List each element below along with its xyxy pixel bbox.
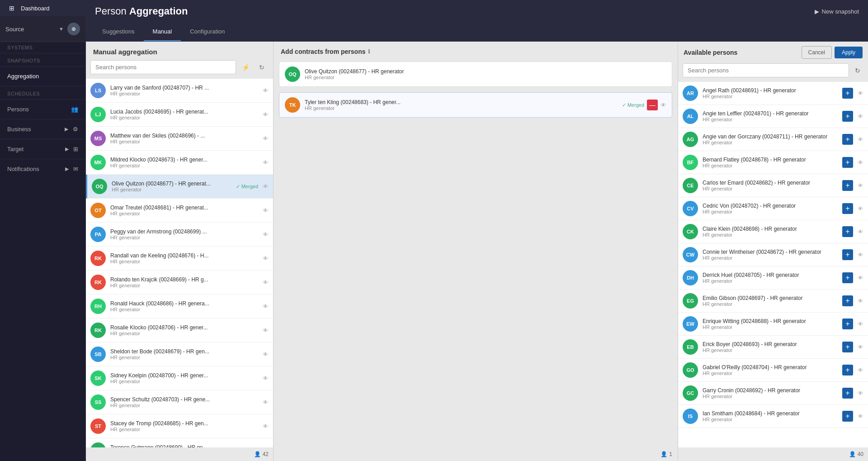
add-person-button[interactable]: + xyxy=(842,365,853,375)
view-available-button[interactable]: 👁 xyxy=(858,228,863,235)
list-item[interactable]: CW Connie ter Wintheiser (00248672) - HR… xyxy=(678,243,868,266)
view-available-button[interactable]: 👁 xyxy=(858,275,863,281)
available-search-input[interactable] xyxy=(683,63,849,77)
list-item[interactable]: EW Enrique Witting (00248688) - HR gener… xyxy=(678,313,868,336)
tab-suggestions[interactable]: Suggestions xyxy=(93,23,144,41)
list-item[interactable]: EG Emilio Gibson (00248697) - HR generat… xyxy=(678,290,868,313)
add-person-button[interactable]: + xyxy=(842,295,853,306)
view-available-button[interactable]: 👁 xyxy=(858,90,863,97)
view-person-button[interactable]: 👁 xyxy=(263,327,269,334)
add-person-button[interactable]: + xyxy=(842,318,853,329)
list-item[interactable]: SK Sidney Koelpin (00248700) - HR gener.… xyxy=(86,366,273,390)
view-person-button[interactable]: 👁 xyxy=(263,279,269,286)
list-item[interactable]: CK Claire Klein (00248698) - HR generato… xyxy=(678,220,868,243)
list-item[interactable]: SS Spencer Schultz (00248703) - HR gene.… xyxy=(86,390,273,414)
view-person-button[interactable]: 👁 xyxy=(263,375,269,382)
view-available-button[interactable]: 👁 xyxy=(858,413,863,420)
list-item[interactable]: AR Angel Rath (00248691) - HR generator … xyxy=(678,82,868,105)
sidebar-item-persons[interactable]: Persons 👥 xyxy=(0,101,85,117)
filter-button[interactable]: ⚡ xyxy=(239,61,252,74)
view-person-button[interactable]: 👁 xyxy=(263,111,269,118)
view-available-button[interactable]: 👁 xyxy=(858,159,863,166)
contract-item[interactable]: TK Tyler ten Kling (00248683) - HR gener… xyxy=(279,92,672,118)
list-item[interactable]: EB Erick Boyer (00248693) - HR generator… xyxy=(678,336,868,359)
add-person-button[interactable]: + xyxy=(842,180,853,191)
view-person-button[interactable]: 👁 xyxy=(263,399,269,406)
sidebar-item-notifications[interactable]: Notifications ▶ ✉ xyxy=(0,161,85,177)
view-available-button[interactable]: 👁 xyxy=(858,182,863,189)
view-person-button[interactable]: 👁 xyxy=(263,87,269,94)
list-item[interactable]: ST Stacey de Tromp (00248685) - HR gen..… xyxy=(86,414,273,438)
view-available-button[interactable]: 👁 xyxy=(858,113,863,120)
view-available-button[interactable]: 👁 xyxy=(858,321,863,328)
add-person-button[interactable]: + xyxy=(842,272,853,283)
list-item[interactable]: OT Omar Treutel (00248681) - HR generat.… xyxy=(86,199,273,223)
view-available-button[interactable]: 👁 xyxy=(858,252,863,258)
remove-contract-button[interactable]: — xyxy=(647,100,658,110)
list-item[interactable]: TG Terence Gutmann (00248690) - HR ge...… xyxy=(86,438,273,447)
add-person-button[interactable]: + xyxy=(842,203,853,214)
list-item[interactable]: DH Derrick Huel (00248705) - HR generato… xyxy=(678,266,868,290)
tab-configuration[interactable]: Configuration xyxy=(181,23,234,41)
sidebar-item-aggregation[interactable]: Aggregation xyxy=(0,68,85,84)
list-item[interactable]: RK Randall van de Keeling (00248676) - H… xyxy=(86,247,273,271)
view-person-button[interactable]: 👁 xyxy=(263,303,269,310)
add-person-button[interactable]: + xyxy=(842,342,853,352)
list-item[interactable]: GO Gabriel O'Reilly (00248704) - HR gene… xyxy=(678,359,868,382)
list-item[interactable]: LS Larry van de Sanford (00248707) - HR … xyxy=(86,79,273,103)
view-available-button[interactable]: 👁 xyxy=(858,136,863,143)
source-selector[interactable]: Source ▼ ⊕ xyxy=(0,16,85,42)
refresh-available-button[interactable]: ↻ xyxy=(852,65,863,76)
new-snapshot-button[interactable]: ▶ New snapshot xyxy=(815,8,859,15)
add-person-button[interactable]: + xyxy=(842,388,853,399)
view-contract-button[interactable]: 👁 xyxy=(660,102,666,109)
list-item[interactable]: PA Peggy van der Armstrong (00248699) ..… xyxy=(86,223,273,247)
view-available-button[interactable]: 👁 xyxy=(858,390,863,397)
cancel-button[interactable]: Cancel xyxy=(802,46,832,59)
view-person-button[interactable]: 👁 xyxy=(263,447,269,448)
view-person-button[interactable]: 👁 xyxy=(263,255,269,262)
source-icon-btn[interactable]: ⊕ xyxy=(67,23,80,35)
view-available-button[interactable]: 👁 xyxy=(858,344,863,351)
sidebar-item-dashboard[interactable]: ⊞ Dashboard xyxy=(0,0,85,16)
list-item[interactable]: CE Carlos ter Emard (00248682) - HR gene… xyxy=(678,174,868,197)
list-item[interactable]: LJ Lucia Jacobs (00248695) - HR generat.… xyxy=(86,103,273,127)
view-available-button[interactable]: 👁 xyxy=(858,367,863,374)
view-person-button[interactable]: 👁 xyxy=(263,231,269,238)
list-item[interactable]: MK Mildred Klocko (00248673) - HR gener.… xyxy=(86,151,273,175)
list-item[interactable]: CV Cedric Von (00248702) - HR generator … xyxy=(678,197,868,220)
info-icon[interactable]: ℹ xyxy=(368,48,370,55)
left-search-input[interactable] xyxy=(90,60,236,74)
view-person-button[interactable]: 👁 xyxy=(263,183,269,190)
add-person-button[interactable]: + xyxy=(842,157,853,168)
view-person-button[interactable]: 👁 xyxy=(263,135,269,142)
refresh-persons-button[interactable]: ↻ xyxy=(255,61,269,74)
list-item[interactable]: MS Matthew van der Skiles (00248696) - .… xyxy=(86,127,273,151)
view-person-button[interactable]: 👁 xyxy=(263,159,269,166)
sidebar-item-business[interactable]: Business ▶ ⚙ xyxy=(0,121,85,137)
list-item[interactable]: RH Ronald Hauck (00248686) - HR genera..… xyxy=(86,295,273,318)
view-available-button[interactable]: 👁 xyxy=(858,298,863,304)
list-item[interactable]: IS Ian Smitham (00248684) - HR generator… xyxy=(678,405,868,428)
add-person-button[interactable]: + xyxy=(842,88,853,99)
list-item[interactable]: GC Garry Cronin (00248692) - HR generato… xyxy=(678,382,868,405)
list-item[interactable]: BF Bernard Flatley (00248678) - HR gener… xyxy=(678,151,868,174)
view-person-button[interactable]: 👁 xyxy=(263,351,269,358)
list-item[interactable]: AG Angie van der Gorczany (00248711) - H… xyxy=(678,128,868,151)
sidebar-item-target[interactable]: Target ▶ ⊞ xyxy=(0,141,85,157)
add-person-button[interactable]: + xyxy=(842,249,853,260)
list-item[interactable]: OQ Olive Quitzon (00248677) - HR generat… xyxy=(86,175,273,199)
tab-manual[interactable]: Manual xyxy=(144,23,181,41)
list-item[interactable]: RK Rolando ten Krajcik (00248669) - HR g… xyxy=(86,271,273,295)
list-item[interactable]: RK Rosalie Klocko (00248706) - HR gener.… xyxy=(86,318,273,342)
list-item[interactable]: AL Angie ten Leffler (00248701) - HR gen… xyxy=(678,105,868,128)
add-person-button[interactable]: + xyxy=(842,111,853,122)
add-person-button[interactable]: + xyxy=(842,226,853,237)
view-available-button[interactable]: 👁 xyxy=(858,205,863,212)
list-item[interactable]: SB Sheldon ter Bode (00248679) - HR gen.… xyxy=(86,342,273,366)
view-person-button[interactable]: 👁 xyxy=(263,207,269,214)
add-person-button[interactable]: + xyxy=(842,411,853,422)
view-person-button[interactable]: 👁 xyxy=(263,423,269,430)
add-person-button[interactable]: + xyxy=(842,134,853,145)
apply-button[interactable]: Apply xyxy=(835,47,863,58)
